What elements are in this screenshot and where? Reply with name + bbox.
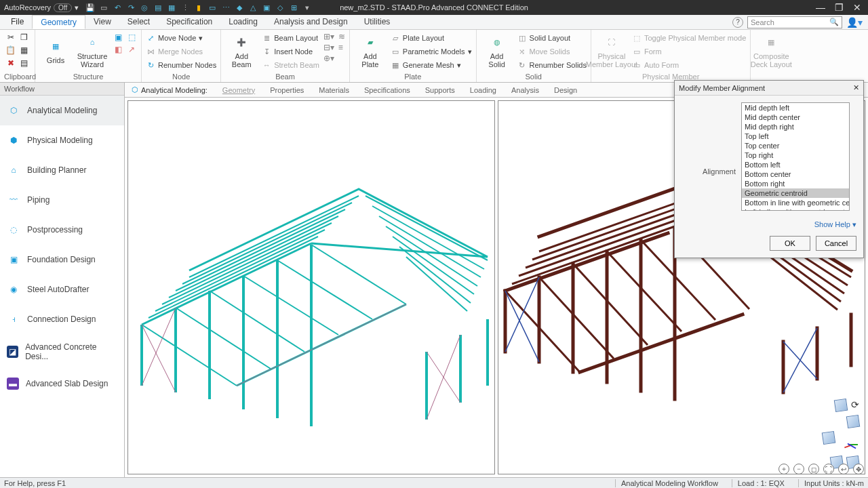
qat-icon[interactable]: ▮ [194,3,203,12]
subtab-loading[interactable]: Loading [470,86,496,94]
alignment-option[interactable]: Top left [742,131,849,141]
add-beam-button[interactable]: ➕Add Beam [225,32,258,70]
plate-layout-button[interactable]: ▱Plate Layout [391,32,472,44]
beam-tool-icon[interactable]: ≋ [338,32,345,41]
alignment-option[interactable]: Bottom left [742,160,849,169]
tab-loading[interactable]: Loading [220,15,266,29]
qat-icon[interactable]: ⋯ [221,3,231,12]
cancel-button[interactable]: Cancel [816,236,856,251]
axes-gizmo[interactable] [839,432,859,452]
workflow-building-planner[interactable]: ⌂Building Planner [0,155,124,185]
subtab-properties[interactable]: Properties [270,86,304,94]
file-tab[interactable]: File [3,15,32,29]
user-menu-icon[interactable]: 👤▾ [846,17,863,28]
alignment-option[interactable]: Mid depth left [742,103,849,113]
solid-layout-button[interactable]: ◫Solid Layout [517,32,587,44]
ok-button[interactable]: OK [770,236,810,251]
copy-icon[interactable]: ❐ [19,32,30,43]
workflow-advanced-concrete[interactable]: ◪Advanced Concrete Desi... [0,334,124,369]
paste-icon[interactable]: 📋 [5,45,16,56]
view-cube-icon[interactable] [822,431,836,445]
minimize-button[interactable]: — [816,2,825,13]
beam-tool-icon[interactable]: ⊞▾ [323,32,334,41]
zoom-in-icon[interactable]: ＋ [778,464,789,474]
tab-specification[interactable]: Specification [158,15,220,29]
alignment-option[interactable]: Geometric centroid [742,188,849,198]
structure-icon[interactable]: ◧ [113,44,123,55]
qat-icon[interactable]: ◆ [235,3,244,12]
generate-mesh-button[interactable]: ▦Generate Mesh ▾ [391,59,472,71]
redo-icon[interactable]: ↷ [126,3,136,12]
alignment-option[interactable]: Bottom center [742,169,849,179]
qat-icon[interactable]: ◎ [140,3,149,12]
qat-more-icon[interactable]: ▾ [302,3,312,12]
add-solid-button[interactable]: ◍Add Solid [481,32,513,70]
clipboard-icon[interactable]: ▦ [19,45,30,56]
alignment-listbox[interactable]: Mid depth leftMid depth centerMid depth … [741,102,850,211]
structure-wizard-button[interactable]: ⌂Structure Wizard [76,32,108,70]
qat-icon[interactable]: ▦ [167,3,176,12]
search-input[interactable]: Search 🔍 [747,16,842,28]
subtab-design[interactable]: Design [554,86,577,94]
workflow-foundation-design[interactable]: ▣Foundation Design [0,245,124,274]
qat-icon[interactable]: ⊞ [289,3,298,12]
view-cube-icon[interactable] [834,399,848,412]
view-cube-icon[interactable] [846,415,861,428]
alignment-option[interactable]: Mid depth center [742,113,849,122]
show-help-link[interactable]: Show Help ▾ [814,220,856,228]
structure-icon[interactable]: ▣ [113,32,123,43]
qat-icon[interactable]: ▤ [153,3,163,12]
workflow-piping[interactable]: 〰Piping [0,185,124,215]
beam-tool-icon[interactable]: ⊕▾ [323,54,334,63]
beam-tool-icon[interactable]: ⊟▾ [323,43,334,52]
rotate-icon[interactable]: ⟳ [851,399,859,411]
undo-icon[interactable]: ↶ [113,3,122,12]
workflow-connection-design[interactable]: ⫞Connection Design [0,304,124,334]
delete-icon[interactable]: ✖ [5,58,16,68]
qat-icon[interactable]: ⋮ [180,3,190,12]
viewport-left[interactable] [127,100,495,474]
tab-geometry[interactable]: Geometry [32,15,85,29]
zoom-extents-icon[interactable]: ⛶ [823,464,834,474]
maximize-button[interactable]: ❐ [835,2,844,13]
help-icon[interactable]: ? [732,17,743,28]
parametric-models-button[interactable]: ▭Parametric Models ▾ [391,45,472,58]
workflow-analytical-modeling[interactable]: ⬡Analytical Modeling [0,96,124,125]
alignment-option[interactable]: Mid depth right [742,122,849,131]
structure-icon[interactable]: ⬚ [126,32,137,43]
clipboard-icon[interactable]: ▤ [19,58,30,68]
beam-tool-icon[interactable]: ≡ [338,43,345,52]
qat-icon[interactable]: ◇ [275,3,285,12]
pan-icon[interactable]: ✥ [853,464,864,474]
add-plate-button[interactable]: ▰Add Plate [354,32,387,70]
subtab-specifications[interactable]: Specifications [364,86,410,94]
workflow-postprocessing[interactable]: ◌Postprocessing [0,215,124,245]
alignment-option[interactable]: Top center [742,141,849,150]
zoom-out-icon[interactable]: － [793,464,804,474]
tab-analysis-design[interactable]: Analysis and Design [266,15,356,29]
alignment-option[interactable]: Top right [742,150,849,160]
alignment-option[interactable]: Left in line with geometric centroid [742,207,849,211]
zoom-window-icon[interactable]: ◻ [808,464,819,474]
close-button[interactable]: ✕ [853,2,861,13]
subtab-geometry[interactable]: Geometry [222,86,255,94]
dialog-close-icon[interactable]: ✕ [853,83,859,92]
move-node-button[interactable]: ⤢Move Node ▾ [146,32,216,44]
renumber-solids-button[interactable]: ↻Renumber Solids [517,59,587,71]
subtab-analysis[interactable]: Analysis [511,86,539,94]
structure-icon[interactable]: ↗ [126,44,137,55]
open-icon[interactable]: ▭ [99,3,108,12]
subtab-materials[interactable]: Materials [319,86,349,94]
qat-icon[interactable]: ▣ [262,3,271,12]
tab-utilities[interactable]: Utilities [356,15,399,29]
zoom-previous-icon[interactable]: ↩ [838,464,849,474]
beam-layout-button[interactable]: ≣Beam Layout [262,32,319,44]
autorecovery-toggle[interactable]: AutoRecovery Off ▾ [4,3,79,12]
view-cube-controls[interactable]: ⟳ [823,399,859,468]
alignment-option[interactable]: Bottom in line with geometric centroid [742,198,849,207]
renumber-nodes-button[interactable]: ↻Renumber Nodes [146,59,216,71]
qat-icon[interactable]: ▭ [208,3,217,12]
alignment-option[interactable]: Bottom right [742,179,849,188]
insert-node-button[interactable]: ↧Insert Node [262,45,319,58]
grids-button[interactable]: ▦Grids [39,32,72,70]
